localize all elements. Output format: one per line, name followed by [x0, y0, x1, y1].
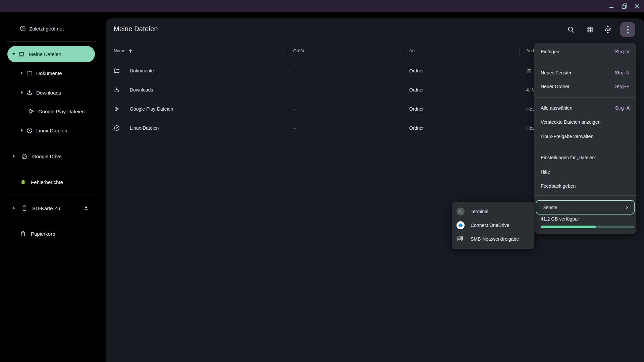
chevron-right-icon[interactable] — [13, 155, 15, 158]
column-separator[interactable] — [404, 47, 404, 55]
file-name: Google Play-Dateien — [130, 106, 173, 112]
trash-icon — [20, 230, 26, 237]
menu-item-paste[interactable]: Einfügen Strg+V — [534, 45, 636, 59]
column-header-type[interactable]: Art — [409, 46, 415, 56]
sidebar-item-label: Linux-Dateien — [36, 128, 67, 133]
close-icon[interactable] — [633, 3, 641, 10]
sort-ascending-icon — [128, 49, 133, 53]
sidebar-item-downloads[interactable]: Downloads — [0, 86, 106, 99]
more-menu-button[interactable] — [620, 22, 635, 37]
sidebar-item-my-files[interactable]: Meine Dateien — [7, 46, 95, 62]
eject-icon[interactable] — [83, 205, 90, 212]
column-header-size[interactable]: Größe — [293, 46, 306, 56]
file-type: Ordner — [409, 87, 424, 93]
context-menu: Einfügen Strg+V Neues Fenster Strg+N Neu… — [534, 43, 636, 234]
storage-available-label: 41,2 GB verfügbar — [541, 215, 579, 223]
penguin-icon — [113, 125, 120, 131]
sidebar-item-sd-card[interactable]: SD-Karte Zu — [0, 201, 106, 215]
column-separator[interactable] — [520, 47, 520, 55]
file-size: -- — [293, 68, 296, 73]
column-separator[interactable] — [287, 47, 287, 55]
file-name: Downloads — [130, 87, 153, 93]
grid-view-icon[interactable] — [586, 25, 594, 34]
menu-item-files-settings[interactable]: Einstellungen für „Dateien“ — [534, 150, 636, 165]
file-modified: Heu — [526, 106, 535, 112]
sidebar-item-label: Google Play-Dateien — [38, 109, 85, 114]
sidebar-item-documents[interactable]: Dokumente — [0, 66, 106, 80]
shortcut-label: Strg+N — [615, 66, 630, 80]
sd-card-icon — [21, 205, 28, 212]
column-header-name[interactable]: Name — [114, 46, 133, 56]
sidebar: Zuletzt geöffnet Meine Dateien Dokumente… — [0, 12, 106, 362]
download-icon — [26, 89, 33, 96]
sidebar-separator — [6, 41, 96, 42]
file-type: Ordner — [409, 125, 424, 131]
chevron-right-icon[interactable] — [21, 72, 23, 74]
storage-progress-fill — [541, 226, 596, 228]
menu-item-send-feedback[interactable]: Feedback geben — [534, 179, 636, 193]
chevron-right-icon[interactable] — [21, 91, 23, 94]
penguin-icon — [26, 127, 33, 134]
chevron-right-icon — [624, 205, 630, 210]
file-name: Linux-Dateien — [130, 125, 159, 131]
chevron-down-icon[interactable] — [12, 53, 15, 55]
sidebar-item-google-play[interactable]: Google Play-Dateien — [0, 105, 106, 118]
menu-item-new-folder[interactable]: Neuer Ordner Strg+E — [534, 79, 636, 94]
file-name: Dokumente — [130, 68, 154, 73]
sidebar-item-label: Papierkorb — [31, 231, 55, 237]
window-controls — [608, 0, 641, 12]
sidebar-item-crash-reports[interactable]: Fehlerberichte — [0, 175, 106, 189]
folder-icon — [113, 67, 120, 74]
folder-icon — [26, 70, 33, 76]
file-modified: Heu — [526, 125, 535, 131]
menu-separator — [534, 195, 636, 196]
sidebar-item-label: Downloads — [36, 90, 61, 96]
restore-button[interactable] — [621, 3, 628, 10]
sidebar-item-google-drive[interactable]: Google Drive — [0, 149, 106, 163]
download-icon — [113, 86, 120, 93]
storage-progress-bar — [541, 226, 634, 228]
column-header-modified[interactable]: Änd — [526, 46, 534, 56]
sidebar-separator — [6, 144, 96, 144]
window-titlebar — [0, 0, 644, 12]
file-size: -- — [293, 106, 296, 112]
sidebar-item-label: Meine Dateien — [29, 51, 61, 57]
clock-icon — [19, 25, 26, 32]
onedrive-icon — [457, 221, 465, 229]
laptop-icon — [18, 51, 25, 58]
menu-item-show-hidden-files[interactable]: Versteckte Dateien anzeigen — [534, 115, 636, 129]
sidebar-item-trash[interactable]: Papierkorb — [0, 227, 106, 240]
google-play-icon — [113, 106, 120, 112]
sidebar-item-recent[interactable]: Zuletzt geöffnet — [0, 22, 106, 35]
sidebar-separator — [6, 221, 96, 221]
menu-item-help[interactable]: Hilfe — [534, 165, 636, 179]
sidebar-separator — [6, 195, 96, 195]
sidebar-item-label: Dokumente — [36, 70, 62, 76]
menu-item-manage-linux-sharing[interactable]: Linux-Freigabe verwalten — [534, 129, 636, 143]
menu-item-services[interactable]: Dienste — [536, 200, 635, 215]
minimize-button[interactable] — [608, 3, 615, 10]
shortcut-label: Strg+A — [615, 101, 630, 115]
menu-item-select-all[interactable]: Alle auswählen Strg+A — [534, 101, 636, 115]
chevron-right-icon[interactable] — [13, 207, 15, 209]
shortcut-label: Strg+V — [615, 45, 630, 59]
page-title: Meine Dateien — [114, 25, 158, 33]
menu-item-new-window[interactable]: Neues Fenster Strg+N — [534, 66, 636, 80]
sidebar-item-label: Zuletzt geöffnet — [29, 26, 64, 32]
file-type: Ordner — [409, 68, 424, 73]
sort-az-icon[interactable]: AZ — [605, 25, 613, 34]
sidebar-item-label: Google Drive — [32, 154, 62, 159]
terminal-icon: >_ — [457, 207, 465, 216]
submenu-item-smb-share[interactable]: SMB-Netzwerkfreigabe — [452, 232, 534, 246]
menu-separator — [534, 62, 636, 62]
file-size: -- — [293, 87, 296, 93]
file-modified: 22. — [526, 68, 533, 73]
search-icon[interactable] — [567, 25, 575, 34]
submenu-item-terminal[interactable]: >_ Terminal — [452, 204, 534, 218]
sidebar-item-label: SD-Karte Zu — [32, 205, 60, 211]
sidebar-item-linux-files[interactable]: Linux-Dateien — [0, 124, 106, 137]
submenu-item-connect-onedrive[interactable]: Connect OneDrive — [452, 218, 534, 232]
menu-separator — [534, 147, 636, 147]
chevron-right-icon[interactable] — [21, 129, 23, 132]
menu-separator — [534, 97, 636, 98]
